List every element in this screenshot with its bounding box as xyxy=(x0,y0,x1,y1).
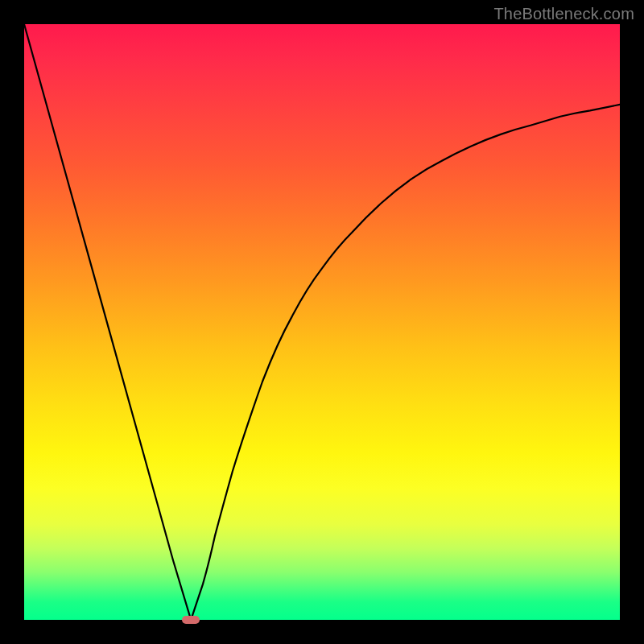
curve-svg xyxy=(24,24,620,620)
bottleneck-curve xyxy=(24,24,620,620)
chart-container: TheBottleneck.com xyxy=(0,0,644,644)
watermark-text: TheBottleneck.com xyxy=(493,5,634,23)
optimal-marker xyxy=(182,616,200,624)
plot-area xyxy=(24,24,620,620)
